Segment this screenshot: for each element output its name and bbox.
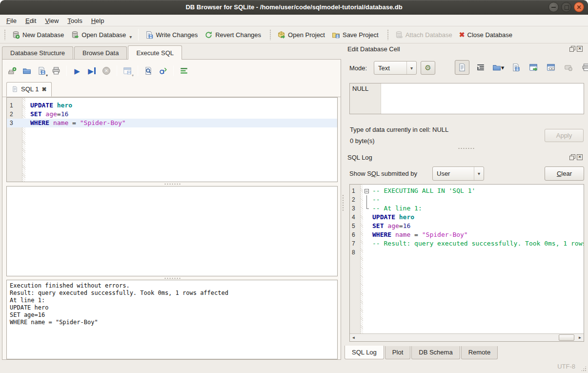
new-sql-tab-button[interactable]	[6, 65, 18, 77]
save-dropdown-icon: ▾	[46, 73, 48, 78]
scroll-left-icon[interactable]: ◀	[350, 334, 357, 341]
execute-current-line-button[interactable]: ▶	[86, 65, 98, 77]
save-results-button[interactable]: ▾	[122, 65, 133, 77]
submitted-by-select[interactable]: User ▾	[432, 166, 484, 181]
execute-icon: ▶	[74, 67, 80, 75]
tab-sql-log[interactable]: SQL Log	[345, 346, 384, 359]
attach-database-button[interactable]: Attach Database	[391, 28, 456, 41]
sql-editor[interactable]: 1UPDATE hero 2SET age=16 3WHERE name = "…	[6, 97, 338, 182]
toolbar-separator	[138, 65, 138, 76]
sql-tab-bar: SQL 1 ✖	[2, 82, 341, 97]
dock-float-icon[interactable]	[569, 46, 575, 52]
menu-help[interactable]: Help	[87, 16, 109, 26]
menu-tools[interactable]: Tools	[63, 16, 86, 26]
dock-close-icon[interactable]: ✕	[577, 154, 583, 160]
write-changes-button[interactable]: Write Changes	[142, 28, 201, 41]
word-wrap-button[interactable]	[474, 61, 487, 74]
import-dropdown-icon: ▾	[501, 64, 505, 71]
window-title: DB Browser for SQLite - /home/user/code/…	[0, 0, 588, 15]
execution-output: Execution finished without errors. Resul…	[6, 280, 338, 359]
filter-label: Show SQL submitted by	[349, 170, 417, 177]
text-mode-button[interactable]	[455, 60, 469, 75]
apply-button[interactable]: Apply	[545, 129, 584, 142]
print-sql-button[interactable]	[50, 65, 62, 77]
open-database-dropdown-icon[interactable]: ▾	[129, 34, 132, 40]
editor-results-splitter[interactable]	[6, 182, 338, 186]
open-in-app-button[interactable]	[527, 61, 540, 74]
close-database-button[interactable]: ✖ Close Database	[456, 29, 516, 41]
stop-execution-button[interactable]: ✕	[101, 65, 112, 77]
toolbar-grip[interactable]	[269, 29, 272, 40]
menu-edit[interactable]: Edit	[21, 16, 41, 26]
cell-editor[interactable]: NULL	[349, 83, 584, 114]
tab-remote[interactable]: Remote	[461, 346, 498, 359]
link-data-button[interactable]	[545, 61, 557, 74]
find-replace-button[interactable]	[142, 65, 154, 77]
execute-all-button[interactable]: ▶	[71, 65, 83, 77]
tab-plot[interactable]: Plot	[385, 346, 410, 359]
import-cell-button[interactable]: ▾	[492, 61, 505, 74]
new-tab-icon	[8, 66, 17, 75]
dock-close-icon[interactable]: ✕	[577, 46, 583, 52]
close-icon: ✕	[574, 2, 584, 12]
sql-1-tab[interactable]: SQL 1 ✖	[6, 82, 52, 97]
toolbar-grip[interactable]	[4, 29, 6, 40]
save-project-button[interactable]: Save Project	[328, 28, 382, 41]
scrollbar-track[interactable]	[357, 334, 576, 341]
cell-settings-button[interactable]: ⚙	[421, 61, 435, 75]
sql-tab-close-icon[interactable]: ✖	[41, 86, 46, 92]
close-database-icon: ✖	[459, 31, 465, 38]
export-cell-button[interactable]	[509, 61, 522, 74]
list-lines-icon	[180, 66, 188, 75]
scrollbar-thumb[interactable]	[559, 334, 574, 341]
results-grid[interactable]	[6, 186, 338, 276]
menu-file[interactable]: File	[2, 16, 21, 26]
mode-select[interactable]: Text ▾	[374, 61, 417, 75]
close-button[interactable]: ✕	[574, 2, 584, 12]
tab-browse-data[interactable]: Browse Data	[74, 46, 127, 60]
clear-log-button[interactable]: Clear	[545, 166, 584, 181]
resize-grip[interactable]	[581, 366, 587, 372]
save-sql-file-button[interactable]: ▾	[36, 65, 47, 77]
toolbar-separator	[117, 65, 117, 76]
toggle-results-button[interactable]	[178, 65, 190, 77]
revert-changes-button[interactable]: Revert Changes	[201, 28, 264, 41]
scroll-right-icon[interactable]: ▶	[576, 334, 584, 341]
open-project-button[interactable]: Open Project	[274, 28, 328, 41]
main-toolbar: New Database Open Database ▾ Write Chang…	[0, 26, 588, 43]
toolbar-separator	[173, 65, 174, 76]
save-file-icon	[37, 66, 46, 75]
chevron-down-icon: ▾	[474, 167, 484, 180]
edit-cell-title: Edit Database Cell	[347, 45, 400, 53]
open-sql-file-button[interactable]	[21, 65, 33, 77]
log-line: 5SET age=16	[350, 222, 584, 230]
open-database-button[interactable]: Open Database ▾	[67, 28, 135, 41]
dock-float-icon[interactable]	[569, 154, 575, 160]
panel-splitter[interactable]	[342, 45, 345, 360]
toolbar-grip[interactable]	[387, 29, 389, 40]
fold-marker-icon[interactable]	[363, 186, 371, 195]
print-cell-button[interactable]	[580, 61, 588, 74]
tab-database-structure[interactable]: Database Structure	[2, 46, 73, 60]
sql-log-header: SQL Log ✕	[347, 154, 585, 163]
set-null-button[interactable]	[562, 61, 575, 74]
results-output-splitter[interactable]	[6, 276, 338, 280]
edit-cell-header: Edit Database Cell ✕	[347, 45, 585, 54]
code-line-current: 3WHERE name = "Spider-Boy"	[7, 119, 337, 127]
tab-execute-sql[interactable]: Execute SQL	[128, 45, 182, 60]
tab-db-schema[interactable]: DB Schema	[411, 346, 460, 359]
dock-splitter[interactable]	[347, 146, 585, 150]
sql-log-filter-row: Show SQL submitted by User ▾ Clear	[349, 166, 585, 181]
text-document-icon	[458, 63, 466, 72]
minimize-button[interactable]	[548, 2, 559, 12]
set-null-icon	[564, 63, 573, 72]
log-horizontal-scrollbar[interactable]: ◀ ▶	[350, 333, 584, 341]
menu-view[interactable]: View	[41, 16, 63, 26]
maximize-button[interactable]	[561, 2, 571, 12]
sql-editor-toolbar: ▾ ▶ ▶ ✕ ▾	[6, 64, 190, 77]
auto-format-button[interactable]	[157, 65, 169, 77]
new-database-button[interactable]: New Database	[8, 28, 67, 41]
title-bar[interactable]: DB Browser for SQLite - /home/user/code/…	[0, 0, 588, 15]
print-icon	[52, 66, 61, 75]
main-tab-bar: Database Structure Browse Data Execute S…	[2, 46, 183, 60]
